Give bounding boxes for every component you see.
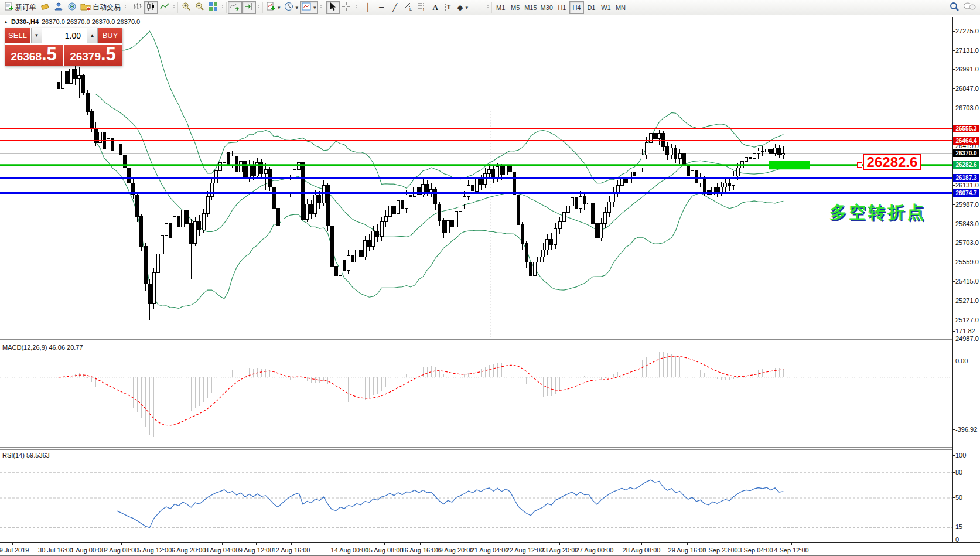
time-tick [791, 543, 792, 545]
arrow-objects-button[interactable]: ◆ ▾ [456, 1, 470, 14]
macd-axis-label: 0.00 [955, 357, 968, 364]
search-button[interactable] [948, 1, 961, 14]
toolbar-separator [486, 2, 492, 13]
time-axis-label: 19 Aug 20:00 [436, 547, 474, 554]
time-tick [291, 543, 292, 545]
price-tick-label: 25559.0 [955, 258, 979, 265]
ask-price: 26379 [70, 50, 101, 63]
timeframe-mn-button[interactable]: MN [613, 1, 628, 14]
time-axis-label: 27 Aug 00:00 [576, 547, 614, 554]
community-button[interactable] [52, 1, 65, 14]
market-watch-button[interactable] [65, 1, 78, 14]
time-axis-label: 8 Aug 04:00 [205, 547, 240, 554]
volume-decrease-button[interactable]: ▼ [31, 28, 42, 43]
bar-chart-button[interactable] [131, 1, 144, 14]
volume-increase-button[interactable]: ▲ [87, 28, 98, 43]
callout-anchor-icon[interactable] [857, 162, 862, 168]
timeframe-m15-button[interactable]: M15 [523, 1, 538, 14]
eraser-button[interactable] [38, 1, 52, 14]
timeframe-h1-button[interactable]: H1 [555, 1, 569, 14]
price-tick-label: 26847.0 [955, 85, 979, 92]
time-tick [721, 543, 721, 545]
volume-input[interactable] [42, 28, 87, 43]
period-selector-icon [284, 2, 293, 13]
time-axis-label: 1 Aug 00:00 [71, 547, 105, 554]
auto-scroll-icon [230, 2, 240, 13]
price-tick-label: 26131.0 [955, 182, 979, 189]
time-tick [525, 543, 525, 545]
timeframe-h4-button[interactable]: H4 [569, 1, 584, 14]
auto-scroll-button[interactable] [228, 1, 242, 14]
trendline-icon: ╱ [392, 3, 397, 12]
zoom-in-button[interactable] [179, 1, 193, 14]
tile-windows-icon [209, 2, 218, 13]
chart-window: 27275.027131.026991.026847.026703.026419… [0, 16, 980, 556]
time-axis[interactable]: 29 Jul 201930 Jul 16:001 Aug 00:002 Aug … [0, 542, 980, 556]
toolbar-separator [172, 2, 178, 13]
candlestick-chart-icon [146, 2, 156, 13]
collapse-arrow-icon[interactable]: ▲ [4, 19, 8, 25]
cursor-button[interactable] [326, 1, 340, 14]
timeframe-m30-button[interactable]: M30 [539, 1, 555, 14]
candlestick-chart-button[interactable] [144, 1, 158, 14]
main-chart-pane[interactable] [0, 17, 952, 342]
toolbar-separator [124, 2, 129, 13]
equidistant-channel-button[interactable]: E [402, 1, 415, 14]
fibonacci-button[interactable]: F [415, 1, 429, 14]
line-chart-button[interactable] [158, 1, 171, 14]
time-tick [687, 543, 688, 545]
rsi-axis-label: 80 [955, 469, 962, 476]
horizontal-line-button[interactable]: ─ [375, 1, 388, 14]
zoom-out-button[interactable] [193, 1, 206, 14]
chart-template-icon [302, 2, 311, 13]
chat-button[interactable] [961, 1, 978, 14]
text-label-icon: T [445, 4, 453, 11]
autotrading-button[interactable]: 自动交易 [78, 1, 122, 14]
new-order-icon [4, 2, 13, 13]
toolbar-separator [257, 2, 263, 13]
rsi-axis-label: 15 [955, 523, 962, 530]
add-indicator-button[interactable]: ▾ [264, 1, 282, 14]
svg-text:E: E [409, 7, 412, 11]
crosshair-button[interactable] [340, 1, 353, 14]
new-order-label: 新订单 [15, 2, 36, 12]
buy-button[interactable]: BUY [98, 28, 122, 43]
text-label-button[interactable]: T [442, 1, 456, 14]
chart-note-text[interactable]: 多空转折点 [829, 201, 926, 224]
timeframe-m5-button[interactable]: M5 [508, 1, 523, 14]
chart-shift-button[interactable] [242, 1, 256, 14]
time-axis-label: 1 Sep 23:00 [703, 547, 737, 554]
timeframe-d1-button[interactable]: D1 [584, 1, 599, 14]
timeframe-w1-button[interactable]: W1 [599, 1, 613, 14]
period-selector-button[interactable]: ▾ [282, 1, 301, 14]
timeframe-m1-button[interactable]: M1 [493, 1, 508, 14]
text-tool-button[interactable]: A [429, 1, 442, 14]
time-tick [155, 543, 155, 545]
price-callout-label[interactable]: 26282.6 [863, 154, 921, 170]
bid-price-button[interactable]: 26368.5 [5, 45, 63, 66]
chart-template-button[interactable]: ▾ [300, 1, 318, 14]
time-tick [559, 543, 560, 545]
price-tick-label: 25703.0 [955, 239, 979, 246]
time-axis-label: 9 Aug 12:00 [239, 547, 274, 554]
vertical-line-button[interactable]: │ [361, 1, 375, 14]
spin-up-icon: ▲ [90, 33, 95, 38]
rsi-label: RSI(14) 59.5363 [2, 452, 50, 459]
svg-text:F: F [423, 7, 425, 11]
macd-pane[interactable] [0, 342, 952, 449]
time-tick [222, 543, 223, 545]
chevron-down-icon: ▾ [296, 5, 299, 11]
time-axis-label: 15 Aug 08:00 [366, 547, 404, 554]
trendline-button[interactable]: ╱ [388, 1, 402, 14]
price-tick-label: 25987.0 [955, 201, 979, 208]
time-axis-label: 16 Aug 16:00 [401, 547, 439, 554]
rsi-pane[interactable] [0, 450, 952, 544]
price-axis-line [952, 17, 953, 543]
time-tick [256, 543, 257, 545]
rsi-axis-label: 100 [955, 452, 966, 459]
new-order-button[interactable]: 新订单 [2, 1, 38, 14]
tile-windows-button[interactable] [206, 1, 220, 14]
price-tick-label: 25415.0 [955, 278, 979, 285]
sell-button[interactable]: SELL [5, 28, 30, 43]
ask-price-button[interactable]: 26379.5 [64, 45, 122, 66]
